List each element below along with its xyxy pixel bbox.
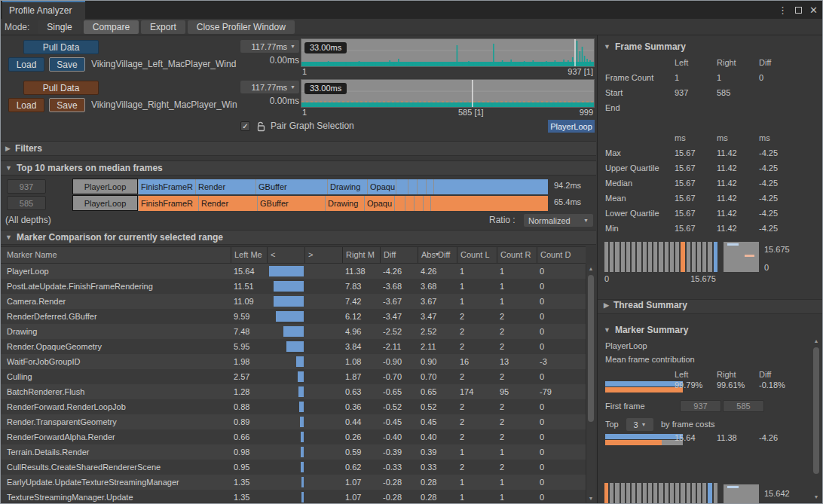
comparison-foldout[interactable]: ▼ Marker Comparison for currently select…	[1, 230, 596, 245]
load-right-button[interactable]: Load	[8, 98, 44, 112]
marker-segment[interactable]: Render	[195, 179, 255, 194]
left-diff-bar	[301, 432, 304, 442]
marker-segment[interactable]	[394, 196, 405, 211]
column-count-right[interactable]: Count R	[497, 247, 537, 263]
column-left-median[interactable]: Left Me	[231, 247, 267, 263]
filters-foldout[interactable]: ▶ Filters	[1, 141, 596, 156]
panel-scrollbar[interactable]: ▲ ▼	[812, 337, 821, 501]
ratio-dropdown[interactable]: Normalized ▼	[524, 214, 593, 227]
table-row[interactable]: Drawing7.484.96-2.522.52220	[1, 324, 586, 339]
scroll-up-icon[interactable]: ▲	[812, 338, 821, 344]
marker-segment[interactable]	[417, 179, 426, 194]
abs-diff-cell: 3.68	[418, 279, 457, 294]
column-diff[interactable]: Diff	[380, 247, 418, 263]
mode-single-button[interactable]: Single	[38, 20, 81, 34]
save-right-button[interactable]: Save	[49, 98, 85, 112]
scrollbar-thumb[interactable]	[588, 275, 594, 422]
column-right-median[interactable]: Right M	[342, 247, 380, 263]
marker-segment[interactable]	[423, 196, 430, 211]
marker-segment[interactable]	[405, 196, 414, 211]
table-row[interactable]: WaitForJobGroupID1.981.08-0.900.901613-3	[1, 354, 586, 369]
marker-segment[interactable]: FinishFrameR	[138, 196, 198, 211]
menu-icon[interactable]: ⋮	[778, 5, 788, 15]
export-button[interactable]: Export	[141, 20, 185, 34]
load-left-button[interactable]: Load	[8, 57, 44, 72]
table-row[interactable]: Render.TransparentGeometry0.890.44-0.450…	[1, 414, 586, 429]
scroll-down-icon[interactable]: ▼	[586, 496, 595, 501]
marker-segment[interactable]	[430, 196, 548, 211]
unlock-icon[interactable]	[256, 121, 266, 134]
marker-segment[interactable]	[426, 179, 433, 194]
table-row[interactable]: PostLateUpdate.FinishFrameRendering11.51…	[1, 279, 586, 294]
marker-name-cell: Terrain.Details.Render	[1, 444, 231, 460]
pull-data-right-button[interactable]: Pull Data	[23, 81, 99, 95]
scale-dropdown-left[interactable]: 117.77ms ▼	[240, 40, 299, 53]
marker-segment[interactable]	[396, 179, 408, 194]
scale-dropdown-right[interactable]: 117.77ms ▼	[240, 81, 299, 93]
column-abs-diff[interactable]: ▼ Abs Diff	[418, 247, 457, 263]
marker-segment[interactable]: GBuffer	[255, 179, 327, 194]
table-row[interactable]: BatchRenderer.Flush1.280.63-0.650.651749…	[1, 384, 586, 399]
column-count-diff[interactable]: Count D	[537, 247, 574, 263]
marker-segment[interactable]: Drawing	[325, 196, 364, 211]
left-median-cell: 15.64	[231, 264, 267, 279]
first-frame-left-button[interactable]: 937	[680, 400, 721, 412]
scrollbar-thumb[interactable]	[813, 347, 819, 474]
column-count-left[interactable]: Count L	[457, 247, 497, 263]
top-n-dropdown[interactable]: 3 ▼	[626, 418, 653, 431]
right-bar-cell	[304, 429, 342, 444]
table-row[interactable]: RenderForward.RenderLoopJob0.880.36-0.52…	[1, 399, 586, 414]
top10-foldout[interactable]: ▼ Top 10 markers on median frames	[1, 160, 596, 176]
close-icon[interactable]: ✕	[809, 5, 818, 15]
selected-marker-chip[interactable]: PlayerLoop	[548, 120, 595, 133]
frame-number[interactable]: 937	[7, 179, 46, 194]
frame-number[interactable]: 585	[7, 196, 46, 210]
close-profiler-window-button[interactable]: Close Profiler Window	[188, 20, 295, 34]
column-right-larger[interactable]: >	[304, 247, 342, 263]
marker-segment[interactable]: Render	[198, 196, 257, 211]
first-frame-right-button[interactable]: 585	[723, 400, 764, 412]
scroll-down-icon[interactable]: ▼	[812, 494, 821, 499]
table-row[interactable]: PlayerLoop15.6411.38-4.264.26110	[1, 264, 586, 279]
marker-segment[interactable]	[433, 179, 548, 194]
table-row[interactable]: RenderForwardAlpha.Render0.660.26-0.400.…	[1, 429, 586, 444]
pull-data-left-button[interactable]: Pull Data	[23, 40, 99, 54]
marker-segment[interactable]	[414, 196, 423, 211]
marker-segment[interactable]	[408, 179, 417, 194]
marker-histogram[interactable]	[604, 483, 717, 503]
frame-summary-foldout[interactable]: ▼ Frame Summary	[598, 41, 822, 52]
foldout-open-icon: ▼	[5, 164, 12, 172]
tab-profile-analyzer[interactable]: Profile Analyzer	[2, 1, 85, 19]
column-left-larger[interactable]: <	[267, 247, 304, 263]
axis-selection: 585 [1]	[458, 108, 484, 117]
table-scrollbar[interactable]: ▲ ▼	[586, 264, 595, 502]
table-row[interactable]: CullResults.CreateSharedRendererScene0.9…	[1, 460, 586, 475]
table-row[interactable]: EarlyUpdate.UpdateTextureStreamingManage…	[1, 475, 586, 490]
mode-compare-button[interactable]: Compare	[84, 20, 139, 34]
maximize-icon[interactable]	[795, 7, 802, 14]
table-row[interactable]: Terrain.Details.Render0.980.59-0.390.391…	[1, 444, 586, 460]
marker-summary-foldout[interactable]: ▼ Marker Summary	[598, 325, 822, 335]
table-row[interactable]: Render.OpaqueGeometry5.953.84-2.112.1122…	[1, 339, 586, 354]
first-marker-segment[interactable]: PlayerLoop	[72, 179, 138, 194]
column-marker-name[interactable]: Marker Name	[1, 247, 231, 263]
frame-histogram[interactable]	[604, 242, 717, 272]
first-marker-segment[interactable]: PlayerLoop	[72, 195, 138, 211]
table-row[interactable]: RenderDeferred.GBuffer9.596.12-3.473.472…	[1, 309, 586, 324]
save-left-button[interactable]: Save	[49, 57, 85, 72]
scroll-up-icon[interactable]: ▲	[586, 266, 595, 271]
table-row[interactable]: Culling2.571.87-0.700.70220	[1, 369, 586, 384]
table-row[interactable]: TextureStreamingManager.Update1.351.07-0…	[1, 490, 586, 503]
right-bar-cell	[304, 279, 342, 294]
frame-box-plot[interactable]	[724, 242, 759, 272]
pair-graph-selection-checkbox[interactable]: ✓	[240, 121, 250, 131]
marker-segment[interactable]: FinishFrameR	[138, 179, 195, 194]
table-row[interactable]: Camera.Render11.097.42-3.673.67110	[1, 294, 586, 309]
marker-segment[interactable]: Drawing	[327, 179, 367, 194]
marker-segment[interactable]: Opaqu	[367, 179, 396, 194]
threshold-badge-right: 33.00ms	[304, 83, 347, 94]
marker-box-plot[interactable]	[724, 484, 759, 503]
marker-segment[interactable]: Opaqu	[364, 196, 394, 211]
marker-segment[interactable]: GBuffer	[257, 196, 325, 211]
thread-summary-foldout[interactable]: ▶ Thread Summary	[598, 299, 822, 314]
